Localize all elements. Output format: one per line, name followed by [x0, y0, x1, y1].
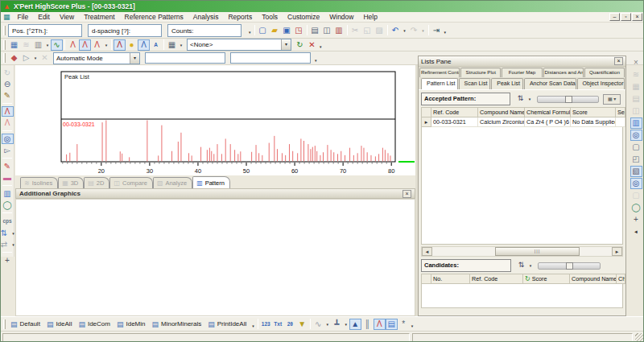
toolbar-overflow-icon[interactable]: ▾ — [247, 30, 253, 36]
refresh-view-icon[interactable]: ↻ — [2, 68, 14, 78]
view-tab-3d[interactable]: ▦3D — [58, 177, 84, 188]
more-tools-icon[interactable]: ◂ — [630, 226, 642, 237]
eraser-icon[interactable]: ▬ — [2, 172, 14, 183]
filter-icon[interactable]: ▼ — [296, 319, 308, 330]
column-header-score[interactable]: ↻ Score — [523, 274, 570, 284]
accepted-patterns-icon[interactable]: Λ — [114, 39, 126, 51]
mdi-close-button[interactable]: × — [632, 13, 642, 21]
scrollbar-thumb[interactable]: ||| — [495, 247, 580, 256]
tab-structure-plot[interactable]: Structure Plot — [460, 68, 501, 77]
x-axis-scale-icon[interactable]: ⇄▾ — [0, 239, 10, 249]
idemin-button[interactable]: ▤IdeMin — [114, 319, 150, 329]
column-header-chem[interactable]: Chem — [617, 274, 625, 284]
analyze-view-icon[interactable]: ▧ — [630, 166, 642, 177]
document-window-icon[interactable]: ▦ — [1, 13, 13, 21]
profile-fit-icon[interactable]: Λ — [138, 39, 150, 51]
sort-icon[interactable]: ⇅▾ — [514, 93, 526, 105]
parameter-window-icon-dropdown[interactable]: ▾ — [178, 43, 184, 47]
redo-icon-dropdown[interactable]: ▾ — [420, 28, 427, 33]
slider-thumb[interactable] — [566, 262, 573, 270]
close-icon[interactable]: × — [614, 57, 623, 65]
cps-scale-icon[interactable]: cps — [2, 216, 14, 227]
combo-dropdown-icon[interactable]: ▾ — [281, 39, 291, 50]
view-tab-isolines[interactable]: ≋Isolines — [20, 177, 58, 188]
menu-edit[interactable]: Edit — [33, 13, 55, 21]
column-header-compound-name[interactable]: Compound Name — [570, 274, 617, 284]
menu-analysis[interactable]: Analysis — [188, 13, 224, 21]
undo-icon-dropdown[interactable]: ▾ — [402, 28, 408, 33]
column-header-no[interactable]: No. — [431, 274, 470, 284]
combo-dropdown-icon[interactable]: ▾ — [130, 53, 139, 64]
compare-tab-icon[interactable]: ◫ — [630, 105, 642, 117]
candidates-label[interactable]: Candidates: — [421, 259, 511, 272]
view-tab-compare[interactable]: ◫Compare — [109, 177, 152, 188]
search-mode-combo[interactable]: Automatic Mode▾ — [53, 52, 140, 64]
zoom-out-icon[interactable]: ⊖ — [2, 79, 14, 89]
baseline-icon-dropdown[interactable]: ▾ — [343, 322, 349, 327]
accept-pattern-icon[interactable]: ✎ — [2, 90, 14, 101]
pencil-icon[interactable]: ✎ — [2, 161, 14, 171]
column-header-ref-code[interactable]: Ref. Code — [470, 274, 523, 284]
show-peak-list-icon[interactable]: Λ — [79, 39, 91, 51]
undo-icon[interactable]: ↶▾ — [390, 25, 402, 36]
y-axis-scale-icon[interactable]: ⇅▾ — [0, 228, 10, 238]
globe-icon[interactable]: ◯ — [2, 200, 14, 210]
2d-view-icon[interactable]: ∿ — [51, 39, 63, 51]
view-tab-pattern[interactable]: ▥Pattern — [192, 176, 230, 188]
peaks-options-icon-dropdown[interactable]: ▾ — [103, 43, 109, 47]
column-header-marker[interactable] — [422, 274, 431, 284]
magnifier-icon[interactable]: ◎ — [630, 178, 642, 189]
default-button[interactable]: ▤Default — [8, 319, 44, 329]
view-tab-analyze[interactable]: ▧Analyze — [153, 177, 192, 188]
menu-help[interactable]: Help — [358, 13, 382, 21]
toolbar-overflow-icon[interactable]: ▾ — [250, 323, 256, 330]
menu-view[interactable]: View — [55, 13, 79, 21]
view-tab-2d[interactable]: ▤2D — [84, 177, 109, 188]
pattern-view-icon[interactable]: ▦ — [8, 39, 20, 51]
display-options-dropdown[interactable]: ▦ ▾ — [603, 94, 621, 105]
resize-grip[interactable] — [635, 333, 643, 342]
save-icon[interactable]: ▣ — [281, 25, 293, 36]
3d-view-icon-dropdown[interactable]: ▾ — [44, 43, 51, 47]
exit-icon[interactable]: ⇥ — [431, 25, 443, 36]
sort-dropdown-icon[interactable]: ▾ — [527, 263, 534, 268]
lists-pane-titlebar[interactable]: Lists Pane × — [419, 56, 625, 67]
candidates-table-empty-area[interactable] — [421, 284, 623, 308]
display-settings-icon[interactable]: * — [398, 319, 410, 330]
menu-treatment[interactable]: Treatment — [79, 13, 119, 21]
close-toolbar-icon[interactable]: × — [630, 57, 642, 68]
copy-icon[interactable]: ◱ — [361, 25, 374, 36]
chart-icon[interactable]: ▥ — [2, 188, 14, 199]
column-header-sem[interactable]: Sem — [616, 108, 625, 117]
toolbar-overflow-icon[interactable]: ▾ — [313, 58, 319, 64]
tab-refinement-control[interactable]: Refinement Control — [419, 68, 460, 77]
show-legend-icon[interactable]: ▤ — [386, 319, 398, 330]
idecom-button[interactable]: ▤IdeCom — [76, 319, 114, 329]
open-folder-icon[interactable]: ▰ — [269, 25, 281, 36]
isolines-view-icon[interactable]: ≋ — [20, 39, 32, 51]
column-header-score[interactable]: Score — [571, 108, 616, 117]
pointer-icon[interactable]: ▻ — [2, 145, 14, 155]
position-readout[interactable]: Pos. [°2Th.]: — [8, 24, 82, 37]
export-report-icon[interactable]: ◳ — [293, 25, 305, 36]
stop-search-icon[interactable]: ✕ — [39, 52, 51, 64]
tab-scan-list[interactable]: Scan List — [459, 78, 491, 89]
tab-distances-and-angles[interactable]: Distances and Angles — [543, 68, 584, 77]
scroll-left-icon[interactable]: ◄ — [422, 247, 432, 256]
move-pattern-icon[interactable]: + — [2, 255, 14, 266]
pattern-tab-icon[interactable]: ▥ — [630, 117, 642, 129]
background-icon[interactable]: ● — [126, 39, 138, 51]
tab-anchor-scan-data[interactable]: Anchor Scan Data — [524, 78, 576, 89]
peak-labels-icon-dropdown[interactable]: ▾ — [324, 322, 331, 327]
table-row[interactable]: ►00-033-0321Calcium Zirconium...Ca Zr4 (… — [422, 117, 625, 127]
text-display-icon[interactable]: Txt — [272, 319, 284, 330]
3d-view-icon[interactable]: ▥▾ — [32, 39, 44, 51]
peak-labels-icon[interactable]: ∿▾ — [312, 319, 324, 330]
accepted-table-empty-area[interactable] — [421, 127, 623, 245]
2d-tab-icon[interactable]: ▤ — [630, 93, 642, 105]
paste-icon[interactable]: ▨ — [374, 25, 386, 36]
baseline-icon[interactable]: ┻▾ — [331, 319, 343, 330]
search-step-icon[interactable]: ▷▾ — [20, 52, 32, 64]
slider-thumb[interactable] — [565, 96, 572, 103]
show-peaks-icon[interactable]: Λ — [67, 39, 79, 51]
